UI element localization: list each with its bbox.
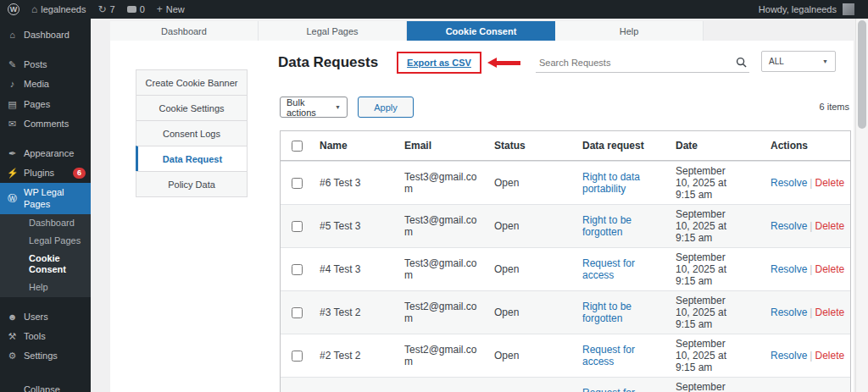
delete-link[interactable]: Delete (815, 220, 844, 232)
table-row: #1 Test 1 test@mail.com Open Request for… (281, 377, 850, 392)
sidebar-item[interactable]: ⌂ Dashboard (0, 25, 91, 45)
resolve-link[interactable]: Resolve (771, 177, 807, 189)
data-request-link[interactable]: Request for access (582, 387, 635, 392)
sidebar-item-label: Dashboard (24, 30, 86, 41)
row-actions: Resolve|Delete (747, 172, 850, 194)
request-name: #5 Test 3 (313, 217, 398, 235)
cookie-nav-label: Consent Logs (163, 129, 220, 139)
resolve-link[interactable]: Resolve (771, 263, 807, 275)
data-request-link[interactable]: Right to data portability (582, 171, 640, 195)
sidebar-item[interactable]: Legal Pages (0, 232, 91, 250)
wordpress-icon: W (8, 3, 19, 15)
cookie-nav-button[interactable]: Cookie Settings (136, 95, 248, 121)
filter-selected-value: ALL (769, 57, 784, 66)
tab[interactable]: Legal Pages (259, 21, 407, 41)
sidebar-item-label: Pages (24, 99, 86, 110)
avatar[interactable] (843, 3, 854, 15)
plugin-tabs: Dashboard Legal Pages Cookie Consent Hel… (110, 21, 704, 41)
main-area: Dashboard Legal Pages Cookie Consent Hel… (91, 19, 868, 392)
resolve-link[interactable]: Resolve (771, 306, 807, 318)
search-icon[interactable] (732, 57, 749, 68)
data-requests-content: Data Requests Export as CSV (278, 41, 851, 392)
sidebar-item-label: Tools (24, 331, 86, 342)
sidebar-item-label: Appearance (24, 148, 86, 159)
site-name-link[interactable]: ⌂ legalneeds (31, 4, 86, 14)
delete-link[interactable]: Delete (815, 263, 844, 275)
scrollbar-thumb[interactable] (858, 20, 866, 129)
data-request-link[interactable]: Request for access (582, 257, 635, 281)
data-requests-table: Name Email Status Data request Date Acti… (280, 130, 851, 392)
dashboard-icon: ⌂ (7, 30, 18, 41)
sidebar-item[interactable]: ⚙ Settings (0, 346, 91, 366)
updates-indicator[interactable]: ↻ 7 (97, 4, 114, 14)
row-checkbox[interactable] (292, 307, 303, 318)
collapse-menu-button[interactable]: ◀ Collapse Menu (0, 379, 91, 392)
request-date: September 10, 2025 at 9:15 am (669, 291, 747, 334)
sidebar-item[interactable]: ⚡ Plugins 6 (0, 163, 91, 183)
request-status: Open (487, 217, 576, 235)
sidebar-item[interactable]: Cookie Consent (0, 250, 91, 279)
request-email: Test3@gmail.com (398, 211, 487, 241)
sidebar-item-label: Users (24, 312, 86, 323)
delete-link[interactable]: Delete (815, 306, 844, 318)
wordpress-logo-menu[interactable]: W (8, 3, 19, 15)
sidebar-item[interactable]: ✉ Comments (0, 114, 91, 134)
request-date: September 10, 2025 at 9:15 am (669, 334, 747, 377)
sidebar-item[interactable]: ♪ Media (0, 75, 91, 94)
export-csv-link[interactable]: Export as CSV (407, 58, 471, 68)
data-request-link[interactable]: Request for access (582, 344, 635, 367)
plugins-icon: ⚡ (7, 168, 18, 179)
sidebar-item[interactable]: ✎ Posts (0, 55, 91, 75)
resolve-link[interactable]: Resolve (771, 220, 807, 232)
tab[interactable]: Dashboard (110, 21, 259, 41)
row-checkbox[interactable] (292, 178, 303, 189)
request-status: Open (487, 303, 576, 322)
data-request-link[interactable]: Right to be forgotten (582, 301, 632, 324)
settings-icon: ⚙ (7, 351, 18, 362)
delete-link[interactable]: Delete (815, 177, 844, 189)
posts-icon: ✎ (7, 59, 18, 70)
request-date: September 10, 2025 at 9:15 am (669, 248, 747, 290)
cookie-nav-button[interactable]: Create Cookie Banner (136, 69, 248, 96)
tab[interactable]: Cookie Consent (407, 21, 555, 41)
data-request-link[interactable]: Right to be forgotten (582, 214, 632, 238)
table-row: #5 Test 3 Test3@gmail.com Open Right to … (281, 204, 850, 247)
cookie-nav-button[interactable]: Policy Data (136, 171, 248, 197)
annotation-arrow (487, 58, 520, 68)
row-checkbox[interactable] (292, 221, 303, 232)
apply-button[interactable]: Apply (358, 97, 414, 118)
cookie-nav-label: Create Cookie Banner (146, 78, 238, 88)
admin-sidebar: ⌂ Dashboard ✎ Posts ♪ Media ▤ Pages ✉ Co… (0, 19, 91, 392)
plus-icon: + (157, 4, 163, 14)
filter-dropdown[interactable]: ALL ▼ (761, 51, 836, 72)
sidebar-item[interactable]: ✒ Appearance (0, 144, 91, 163)
request-name: #6 Test 3 (313, 174, 398, 192)
table-row: #6 Test 3 Test3@gmail.com Open Right to … (281, 161, 850, 204)
delete-link[interactable]: Delete (815, 350, 844, 362)
sidebar-item[interactable]: Ⓦ WP Legal Pages (0, 183, 91, 213)
search-input[interactable] (536, 58, 732, 68)
cookie-nav-button[interactable]: Consent Logs (136, 120, 248, 146)
howdy-account-link[interactable]: Howdy, legalneeds (759, 4, 837, 14)
row-actions: Resolve|Delete (747, 388, 850, 392)
sidebar-item[interactable]: Dashboard (0, 214, 91, 232)
bulk-actions-dropdown[interactable]: Bulk actions ▼ (280, 97, 348, 118)
sidebar-item[interactable]: ▤ Pages (0, 95, 91, 114)
tab[interactable]: Help (555, 21, 704, 41)
new-content-button[interactable]: + New (157, 4, 185, 14)
sidebar-item[interactable]: Help (0, 279, 91, 296)
sidebar-item-label: Dashboard (29, 218, 86, 229)
cookie-nav-button[interactable]: Data Request (136, 146, 248, 172)
sidebar-item[interactable]: ⚒ Tools (0, 327, 91, 346)
cookie-nav-label: Cookie Settings (159, 103, 224, 113)
row-checkbox[interactable] (292, 351, 303, 362)
action-separator: | (810, 220, 812, 232)
sidebar-item[interactable]: ☻ Users (0, 307, 91, 327)
resolve-link[interactable]: Resolve (771, 350, 807, 362)
pages-icon: ▤ (7, 99, 18, 110)
comments-indicator[interactable]: 0 (127, 4, 145, 14)
select-all-checkbox[interactable] (292, 141, 303, 152)
sidebar-item-label: Legal Pages (29, 235, 86, 246)
row-checkbox[interactable] (292, 264, 303, 275)
row-actions: Resolve|Delete (747, 215, 850, 237)
